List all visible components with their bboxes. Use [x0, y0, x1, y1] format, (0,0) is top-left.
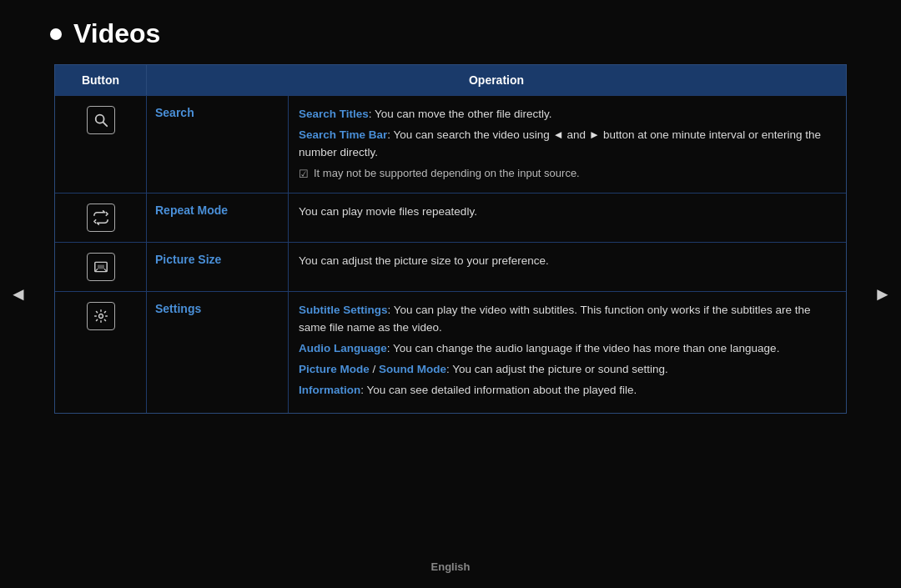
svg-line-1: [103, 123, 107, 127]
title-area: Videos: [0, 0, 901, 64]
operation-cell-picture-size: You can adjust the picture size to your …: [289, 243, 846, 291]
table-row-picture-size: Picture Size You can adjust the picture …: [55, 242, 846, 291]
search-note-line: ☑ It may not be supported depending on t…: [299, 165, 836, 183]
page-title: Videos: [73, 18, 160, 49]
picture-mode-label: Picture Mode: [299, 363, 370, 375]
operation-cell-repeat: You can play movie files repeatedly.: [289, 193, 846, 242]
picture-sound-mode-line: Picture Mode / Sound Mode: You can adjus…: [299, 361, 836, 379]
nav-arrow-right[interactable]: ►: [871, 279, 894, 309]
header-operation-col: Operation: [147, 65, 846, 95]
table-row-repeat: Repeat Mode You can play movie files rep…: [55, 193, 846, 242]
page-container: Videos Button Operation Search: [0, 0, 901, 588]
table-header: Button Operation: [55, 65, 846, 95]
operation-cell-search: Search Titles: You can move the other fi…: [289, 96, 846, 193]
button-cell-picture-size: [55, 243, 147, 291]
table-row-settings: Settings Subtitle Settings: You can play…: [55, 291, 846, 413]
main-table: Button Operation Search Search Titles: Y…: [54, 64, 847, 414]
button-cell-search: [55, 96, 147, 193]
operation-cell-settings: Subtitle Settings: You can play the vide…: [289, 292, 846, 413]
repeat-icon: [87, 204, 115, 232]
nav-arrow-left[interactable]: ◄: [7, 279, 30, 309]
subtitle-settings-line: Subtitle Settings: You can play the vide…: [299, 302, 836, 337]
audio-language-line: Audio Language: You can change the audio…: [299, 340, 836, 358]
search-time-bar-line: Search Time Bar: You can search the vide…: [299, 127, 836, 162]
information-line: Information: You can see detailed inform…: [299, 382, 836, 400]
button-cell-repeat: [55, 193, 147, 242]
header-button-col: Button: [55, 65, 147, 95]
svg-point-6: [98, 314, 103, 318]
name-cell-picture-size: Picture Size: [147, 243, 289, 291]
name-cell-search: Search: [147, 96, 289, 193]
search-titles-label: Search Titles: [299, 108, 369, 120]
picture-size-icon: [87, 253, 115, 281]
name-cell-repeat: Repeat Mode: [147, 193, 289, 242]
search-icon: [87, 106, 115, 134]
search-titles-line: Search Titles: You can move the other fi…: [299, 106, 836, 123]
name-cell-settings: Settings: [147, 292, 289, 413]
note-icon: ☑: [299, 166, 309, 183]
settings-icon: [87, 302, 115, 330]
search-time-bar-label: Search Time Bar: [299, 128, 387, 141]
button-cell-settings: [55, 292, 147, 413]
table-row-search: Search Search Titles: You can move the o…: [55, 95, 846, 193]
sound-mode-label: Sound Mode: [379, 363, 446, 375]
information-label: Information: [299, 384, 360, 396]
subtitle-settings-label: Subtitle Settings: [299, 304, 388, 316]
audio-language-label: Audio Language: [299, 342, 387, 354]
footer-language: English: [431, 560, 471, 573]
title-dot: [50, 28, 62, 40]
svg-rect-3: [98, 265, 104, 269]
